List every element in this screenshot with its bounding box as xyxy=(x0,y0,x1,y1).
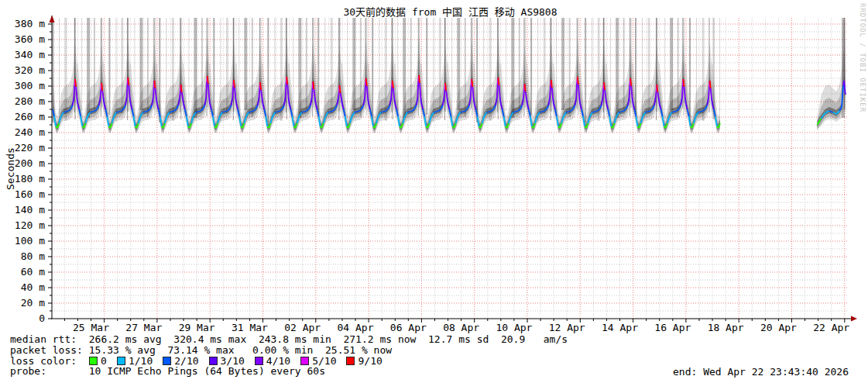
y-tick-label: 300 m xyxy=(15,80,45,91)
loss-color-swatch xyxy=(117,357,125,365)
x-tick-label: 29 Mar xyxy=(179,322,215,333)
loss-legend-label: 9/10 xyxy=(358,355,382,367)
x-tick-label: 27 Mar xyxy=(125,322,162,333)
x-tick-label: 08 Apr xyxy=(443,322,479,333)
y-tick-label: 120 m xyxy=(15,219,45,231)
axes xyxy=(48,16,857,323)
probe-info: probe: 10 ICMP Echo Pings (64 Bytes) eve… xyxy=(10,366,325,376)
x-tick-label: 02 Apr xyxy=(284,322,321,333)
loss-legend-item: 9/10 xyxy=(346,355,382,367)
loss-color-swatch xyxy=(255,357,263,365)
y-tick-label: 380 m xyxy=(15,18,45,29)
x-tick-label: 10 Apr xyxy=(496,322,532,333)
y-tick-label: 220 m xyxy=(15,142,45,154)
y-tick-label: 100 m xyxy=(15,235,45,247)
y-tick-label: 60 m xyxy=(21,266,45,278)
smoke-bands xyxy=(53,19,846,133)
loss-color-swatch xyxy=(209,357,218,365)
x-tick-label: 31 Mar xyxy=(232,322,268,333)
x-tick-label: 16 Apr xyxy=(654,322,691,333)
x-tick-label: 18 Apr xyxy=(708,322,744,333)
gridlines xyxy=(52,18,849,319)
end-timestamp: end: Wed Apr 22 23:43:40 2026 xyxy=(673,366,849,378)
y-tick-label: 320 m xyxy=(15,64,45,76)
y-tick-label: 80 m xyxy=(21,250,45,262)
y-tick-label: 200 m xyxy=(15,157,45,169)
x-tick-label: 20 Apr xyxy=(760,322,797,333)
loss-color-swatch xyxy=(300,357,309,365)
y-tick-label: 260 m xyxy=(15,111,45,122)
stat-median-rtt: median rtt: 266.2 ms avg 320.4 ms max 24… xyxy=(10,334,568,344)
y-tick-label: 160 m xyxy=(15,188,45,200)
x-tick-label: 12 Apr xyxy=(549,322,585,333)
x-tick-label: 14 Apr xyxy=(602,322,638,333)
x-tick-label: 06 Apr xyxy=(390,322,427,333)
x-tick-label: 04 Apr xyxy=(338,322,374,333)
y-tick-label: 240 m xyxy=(15,126,45,138)
loss-color-swatch xyxy=(346,357,355,365)
latency-chart: 020 m40 m60 m80 m100 m120 m140 m160 m180… xyxy=(0,0,868,383)
y-tick-label: 280 m xyxy=(15,95,45,107)
x-tick-label: 25 Mar xyxy=(73,322,109,333)
loss-color-swatch xyxy=(163,357,171,365)
y-tick-label: 20 m xyxy=(21,297,45,309)
y-tick-label: 0 xyxy=(39,312,45,324)
x-tick-label: 22 Apr xyxy=(813,322,849,333)
loss-color-swatch xyxy=(89,357,98,365)
stat-packet-loss: packet loss: 15.33 % avg 73.14 % max 0.0… xyxy=(10,345,392,355)
y-tick-label: 40 m xyxy=(21,281,45,293)
y-tick-label: 360 m xyxy=(15,33,45,45)
y-tick-label: 180 m xyxy=(15,173,45,185)
y-tick-label: 340 m xyxy=(15,49,45,60)
smokeping-latency-graph: 30天前的数据 from 中国 江西 移动 AS9808 Seconds RRD… xyxy=(0,0,868,383)
y-tick-label: 140 m xyxy=(15,204,45,216)
